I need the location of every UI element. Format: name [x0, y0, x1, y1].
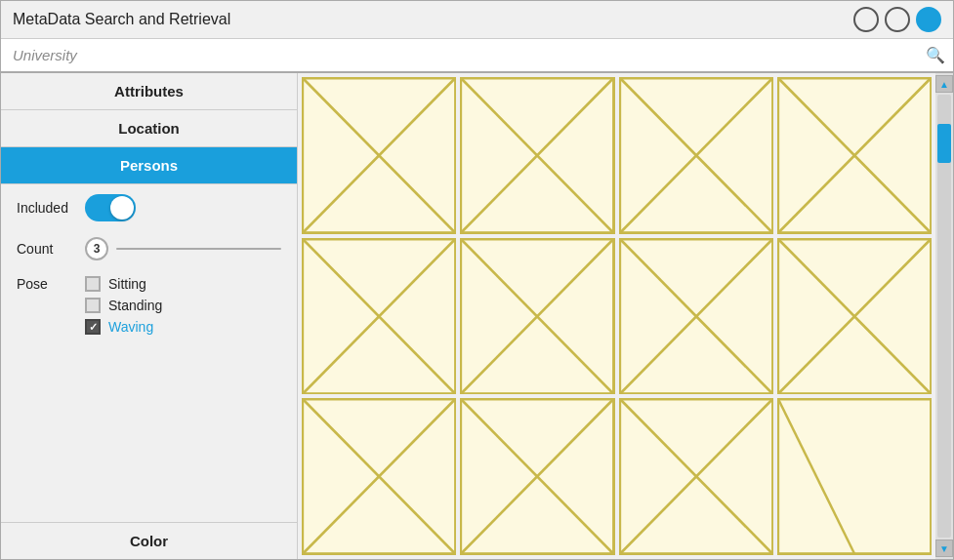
scroll-track[interactable] [937, 95, 951, 538]
window-controls [853, 7, 941, 32]
search-bar: 🔍 [1, 39, 953, 73]
count-row: Count 3 [17, 237, 281, 260]
standing-label: Standing [108, 298, 162, 313]
sidebar: Attributes Location Persons Included Cou… [1, 73, 298, 559]
grid-cell-3-2[interactable] [460, 398, 614, 555]
grid-cell-3-4[interactable] [777, 398, 932, 555]
grid-row-2 [302, 238, 932, 395]
pose-option-waving[interactable]: ✓ Waving [85, 319, 162, 335]
scroll-up-arrow[interactable]: ▲ [935, 75, 953, 93]
included-label: Included [17, 200, 85, 216]
close-button[interactable] [916, 7, 941, 32]
grid-cell-2-1[interactable] [302, 238, 456, 395]
color-button[interactable]: Color [1, 522, 297, 559]
app-window: MetaData Search and Retrieval 🔍 Attribut… [0, 0, 954, 560]
grid-cell-1-1[interactable] [302, 77, 456, 234]
pose-label-row: Pose Sitting Standing [17, 276, 281, 335]
app-title: MetaData Search and Retrieval [13, 11, 230, 28]
grid-cell-1-3[interactable] [619, 77, 773, 234]
pose-option-sitting[interactable]: Sitting [85, 276, 162, 292]
pose-options: Sitting Standing ✓ Waving [85, 276, 162, 335]
pose-option-standing[interactable]: Standing [85, 298, 162, 313]
grid-row-3 [302, 398, 932, 555]
grid-cell-1-2[interactable] [460, 77, 614, 234]
maximize-button[interactable] [885, 7, 910, 32]
image-grid-area: ▲ ▼ [298, 73, 953, 559]
grid-scroll-area [298, 73, 935, 559]
scroll-down-arrow[interactable]: ▼ [935, 540, 953, 557]
scrollbar-panel: ▲ ▼ [935, 73, 953, 559]
title-bar: MetaData Search and Retrieval [1, 1, 953, 39]
location-button[interactable]: Location [1, 110, 297, 147]
sitting-checkbox[interactable] [85, 276, 101, 292]
pose-label: Pose [17, 276, 85, 335]
toggle-track [85, 194, 136, 221]
waving-checkmark: ✓ [89, 321, 98, 334]
grid-row-1 [302, 77, 932, 234]
waving-checkbox[interactable]: ✓ [85, 319, 101, 335]
pose-section: Pose Sitting Standing [17, 276, 281, 335]
attributes-button[interactable]: Attributes [1, 73, 297, 110]
grid-cell-2-2[interactable] [460, 238, 614, 395]
grid-cell-2-3[interactable] [619, 238, 773, 395]
included-row: Included [17, 194, 281, 221]
grid-cell-3-1[interactable] [302, 398, 456, 555]
included-toggle[interactable] [85, 194, 136, 221]
slider-track[interactable] [116, 248, 281, 250]
grid-cell-1-4[interactable] [777, 77, 932, 234]
count-slider-container: 3 [85, 237, 281, 260]
waving-label: Waving [108, 319, 153, 335]
sitting-label: Sitting [108, 276, 146, 292]
grid-cell-3-3[interactable] [619, 398, 773, 555]
standing-checkbox[interactable] [85, 298, 101, 313]
slider-thumb[interactable]: 3 [85, 237, 108, 260]
sidebar-controls: Included Count 3 [1, 184, 297, 522]
svg-line-33 [778, 399, 854, 554]
svg-rect-34 [778, 399, 931, 554]
toggle-thumb [110, 196, 134, 220]
persons-button[interactable]: Persons [1, 147, 297, 184]
minimize-button[interactable] [853, 7, 879, 32]
count-label: Count [17, 241, 85, 257]
scroll-thumb[interactable] [937, 124, 951, 163]
grid-cell-2-4[interactable] [777, 238, 932, 395]
main-content: Attributes Location Persons Included Cou… [1, 73, 953, 559]
search-icon: 🔍 [926, 46, 945, 64]
search-input[interactable] [9, 45, 926, 65]
